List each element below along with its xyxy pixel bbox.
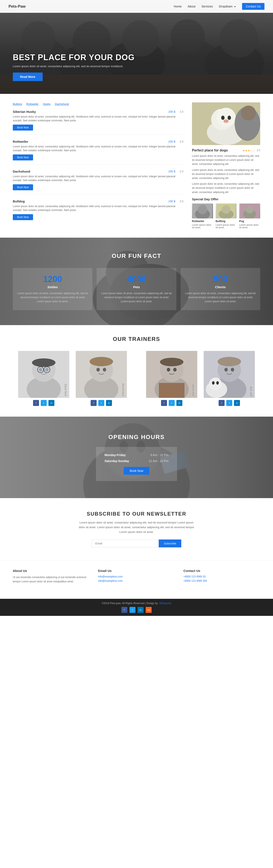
nav-contact-btn[interactable]: Contact Us	[242, 3, 265, 10]
fun-fact-number-3: 500	[185, 274, 256, 284]
nav-services[interactable]: Services	[201, 5, 213, 8]
trainer-2-twitter[interactable]: t	[98, 400, 104, 406]
svg-point-14	[216, 108, 236, 127]
fun-fact-desc-3: Lorem ipsum dolor sit amet, consectetur …	[185, 291, 256, 304]
fun-fact-card-2: 4000 Pets Lorem ipsum dolor sit amet, co…	[97, 268, 176, 310]
book-button-2[interactable]: Book Now	[13, 154, 33, 160]
special-dog-name-1: Rottweiler	[192, 220, 213, 223]
footer-copyright: ©2019 Pets-paw. All Rights Reserved | De…	[102, 602, 158, 605]
footer-contact: Contact Us +8000 123 4569 33 +8000 123 4…	[183, 569, 260, 584]
perfect-desc-3: Lorem ipsum dolor sit amet, consectetur …	[192, 182, 260, 194]
hours-time-2: 11 Am - 10 Pm	[149, 459, 169, 463]
book-button-4[interactable]: Book Now	[13, 214, 33, 220]
special-dog-1: Rottweiler Lorem ipsum dolor sit amet,	[192, 204, 213, 229]
tab-rottweiler[interactable]: Rottweiler	[26, 102, 39, 105]
footer-email-link-1[interactable]: info@exampless.com	[98, 575, 175, 578]
pet-desc-3: Lorem ipsum dolor sit amet, consectetur …	[13, 175, 183, 182]
svg-point-19	[241, 105, 256, 121]
fun-fact-desc-2: Lorem ipsum dolor sit amet, consectetur …	[101, 291, 172, 304]
footer-contact-link-2[interactable]: +8000 123 4569 354	[183, 579, 260, 582]
newsletter-form: Subscribe	[92, 539, 181, 547]
footer-linkedin[interactable]: in	[138, 607, 144, 613]
svg-point-39	[44, 367, 50, 373]
read-more-button[interactable]: Read More	[13, 72, 43, 81]
opening-hours-title: OPENING HOURS	[13, 434, 260, 440]
footer-twitter[interactable]: t	[129, 607, 135, 613]
trainer-1-linkedin[interactable]: in	[49, 400, 54, 406]
tab-bulldog[interactable]: Bulldog	[13, 102, 22, 105]
perfect-desc-2: Lorem ipsum dolor sit amet, consectetur …	[192, 168, 260, 181]
pet-price-1: 230 $	[168, 110, 175, 113]
trainer-1-twitter[interactable]: t	[41, 400, 47, 406]
book-button-3[interactable]: Book Now	[13, 184, 33, 190]
trainer-2-facebook[interactable]: f	[91, 400, 97, 406]
pet-name-2: Rottweiler	[13, 140, 28, 143]
pet-rating-1: 2.0	[180, 110, 183, 113]
trainer-1-facebook[interactable]: f	[33, 400, 39, 406]
pet-tabs: Bulldog Rottweiler Husky Dachshund	[13, 102, 183, 105]
trainers-grid: Omar Doe f t in Divod Doe	[13, 351, 260, 406]
trainer-4-twitter[interactable]: t	[226, 400, 232, 406]
pets-right-panel: Perfect place for dogs ★★★☆☆ 3.0 Lorem i…	[192, 102, 260, 229]
footer-bottom: ©2019 Pets-paw. All Rights Reserved | De…	[0, 599, 273, 616]
pet-rating-3: 2.0	[180, 170, 183, 173]
fun-fact-card-1: 1200 Smiles Lorem ipsum dolor sit amet, …	[13, 268, 92, 310]
pet-name-1: Siberian Husky	[13, 110, 36, 114]
footer-rss[interactable]: rss	[146, 607, 152, 613]
trainer-card-3: Rose Max f t in	[146, 351, 197, 406]
pet-name-4: Bulldog	[13, 199, 25, 203]
trainer-social-4: f t in	[204, 400, 255, 406]
footer-facebook[interactable]: f	[121, 607, 127, 613]
perfect-place-header: Perfect place for dogs ★★★☆☆ 3.0	[192, 149, 260, 152]
dog-photo	[192, 102, 260, 145]
pet-rating-4: 2.0	[180, 200, 183, 203]
navbar: Pets-Paw Home About Services Dropdown ▼ …	[0, 0, 273, 13]
nav-dropdown[interactable]: Dropdown ▼	[219, 5, 236, 8]
special-dog-desc-2: Lorem ipsum dolor sit amet,	[216, 223, 237, 229]
hours-day-2: Saturday-Sunday	[104, 459, 129, 463]
special-offer-title: Special Day Offer	[192, 197, 260, 201]
footer-email-title: Email Us	[98, 569, 175, 572]
trainer-photo-2: Divod Doe	[76, 351, 127, 398]
tab-dachshund[interactable]: Dachshund	[55, 102, 69, 105]
hours-row-1: Monday-Friday 9 Am - 10 Pm	[104, 453, 169, 457]
svg-point-61	[209, 378, 222, 391]
footer-contact-title: Contact Us	[183, 569, 260, 572]
pet-desc-2: Lorem ipsum dolor sit amet, consectetur …	[13, 145, 183, 152]
trainer-2-linkedin[interactable]: in	[106, 400, 112, 406]
trainer-4-linkedin[interactable]: in	[234, 400, 240, 406]
fun-fact-title: OUR FUN FACT	[13, 253, 260, 259]
trainer-photo-1: Omar Doe	[18, 351, 69, 398]
pet-desc-1: Lorem ipsum dolor sit amet, consectetur …	[13, 115, 183, 122]
newsletter-email-input[interactable]	[92, 539, 159, 547]
nav-logo[interactable]: Pets-Paw	[8, 4, 26, 9]
trainer-name-label-4: Elly Will	[250, 386, 253, 396]
svg-point-44	[96, 368, 100, 372]
trainer-card-4: Elly Will f t in	[204, 351, 255, 406]
trainer-3-facebook[interactable]: f	[161, 400, 167, 406]
subscribe-button[interactable]: Subscribe	[159, 539, 181, 547]
footer-about-text: Ut aut reiciendis consectetur adipiscing…	[13, 575, 90, 584]
footer-designer[interactable]: W3layouts	[159, 602, 171, 605]
book-button-1[interactable]: Book Now	[13, 125, 33, 130]
trainer-3-twitter[interactable]: t	[169, 400, 175, 406]
trainer-name-label-3: Rose Max	[192, 384, 195, 396]
trainer-card-1: Omar Doe f t in	[18, 351, 69, 406]
special-dog-name-3: Pug	[239, 220, 260, 223]
svg-point-57	[224, 368, 228, 372]
footer-contact-link-1[interactable]: +8000 123 4569 33	[183, 575, 260, 578]
trainer-social-1: f t in	[18, 400, 69, 406]
tab-husky[interactable]: Husky	[43, 102, 51, 105]
footer: About Us Ut aut reiciendis consectetur a…	[0, 560, 273, 599]
hero-section: BEST PLACE FOR YOUR DOG Lorem ipsum dolo…	[0, 0, 273, 94]
trainer-3-linkedin[interactable]: in	[176, 400, 182, 406]
nav-about[interactable]: About	[188, 5, 195, 8]
trainer-4-facebook[interactable]: f	[219, 400, 224, 406]
footer-email-link-2[interactable]: info@exampless.com	[98, 579, 175, 582]
opening-card: Monday-Friday 9 Am - 10 Pm Saturday-Sund…	[96, 447, 177, 481]
book-now-button[interactable]: Book Now	[124, 467, 149, 475]
rating-stars: ★★★☆☆	[243, 149, 255, 152]
fun-fact-desc-1: Lorem ipsum dolor sit amet, consectetur …	[17, 291, 88, 304]
fun-fact-number-2: 4000	[101, 274, 172, 284]
nav-home[interactable]: Home	[174, 5, 182, 8]
